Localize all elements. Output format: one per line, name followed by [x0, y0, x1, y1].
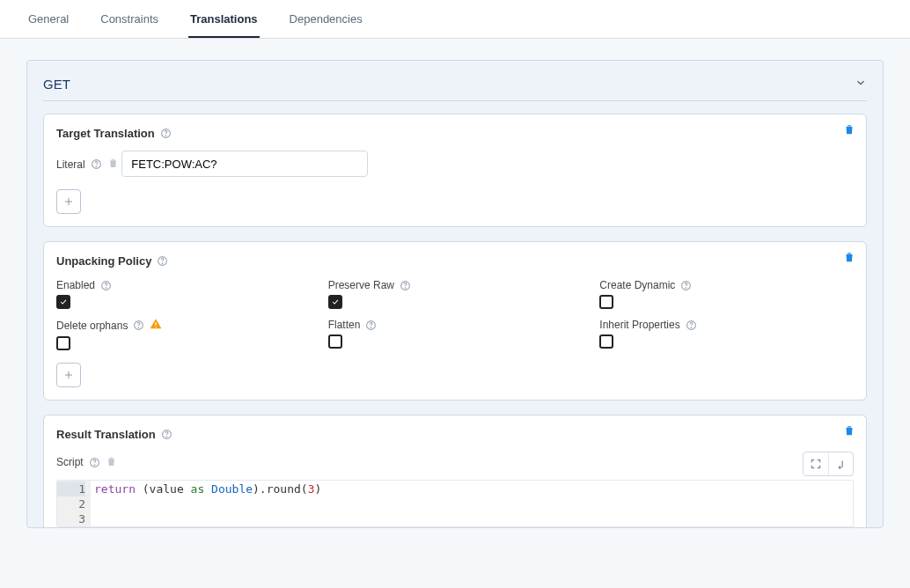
result-translation-title: Result Translation — [56, 428, 172, 441]
help-icon[interactable] — [133, 320, 144, 331]
preserve-raw-checkbox[interactable] — [328, 295, 342, 309]
enabled-checkbox[interactable] — [56, 295, 70, 309]
svg-point-11 — [686, 287, 687, 288]
svg-point-1 — [165, 136, 166, 136]
enabled-field: Enabled — [56, 278, 311, 309]
svg-point-7 — [106, 287, 106, 288]
add-unpacking-button[interactable] — [56, 363, 81, 387]
create-dynamic-checkbox[interactable] — [599, 295, 613, 309]
script-editor[interactable]: 1 2 3 return (value as Double).round(3) — [56, 480, 854, 527]
svg-point-15 — [371, 327, 372, 327]
svg-point-19 — [166, 437, 167, 437]
wrap-button[interactable] — [828, 452, 853, 475]
get-section-header[interactable]: GET — [43, 70, 867, 101]
result-translation-card: Result Translation Script — [43, 415, 867, 527]
tab-constraints[interactable]: Constraints — [99, 0, 160, 38]
tab-dependencies[interactable]: Dependencies — [288, 0, 364, 38]
tab-bar: General Constraints Translations Depende… — [0, 0, 910, 39]
delete-literal-button[interactable] — [107, 157, 119, 172]
delete-target-button[interactable] — [841, 121, 857, 137]
unpacking-policy-card: Unpacking Policy Enabled Preserve Raw — [43, 241, 867, 401]
add-target-button[interactable] — [56, 189, 81, 214]
delete-unpacking-button[interactable] — [841, 249, 857, 265]
delete-script-button[interactable] — [106, 455, 117, 470]
flatten-checkbox[interactable] — [328, 334, 342, 349]
chevron-down-icon — [855, 77, 867, 92]
editor-gutter: 1 2 3 — [57, 481, 91, 526]
delete-result-button[interactable] — [841, 423, 857, 438]
literal-input[interactable] — [121, 151, 368, 177]
expand-button[interactable] — [804, 452, 828, 475]
svg-point-5 — [163, 263, 164, 264]
script-toolbar — [803, 452, 854, 476]
preserve-raw-field: Preserve Raw — [328, 278, 583, 309]
svg-point-13 — [139, 327, 140, 328]
editor-code[interactable]: return (value as Double).round(3) — [91, 481, 853, 526]
delete-orphans-field: Delete orphans — [56, 318, 311, 350]
get-section-title: GET — [43, 77, 70, 92]
delete-orphans-checkbox[interactable] — [56, 336, 70, 350]
unpacking-policy-title: Unpacking Policy — [56, 254, 168, 268]
tab-general[interactable]: General — [26, 0, 70, 38]
flatten-field: Flatten — [328, 318, 583, 350]
help-icon[interactable] — [680, 280, 692, 291]
script-label: Script — [56, 455, 117, 470]
inherit-properties-field: Inherit Properties — [599, 318, 854, 350]
inherit-properties-checkbox[interactable] — [599, 334, 613, 349]
help-icon[interactable] — [157, 255, 168, 267]
create-dynamic-field: Create Dynamic — [599, 278, 854, 309]
help-icon[interactable] — [161, 429, 172, 440]
warning-icon — [150, 318, 162, 333]
get-section: GET Target Translation Literal — [26, 60, 884, 528]
help-icon[interactable] — [400, 280, 411, 291]
target-translation-title: Target Translation — [56, 127, 172, 140]
help-icon[interactable] — [100, 280, 112, 291]
svg-point-21 — [94, 464, 95, 465]
help-icon[interactable] — [89, 457, 100, 468]
help-icon[interactable] — [160, 128, 172, 139]
svg-point-3 — [96, 166, 97, 167]
help-icon[interactable] — [365, 320, 377, 331]
tab-translations[interactable]: Translations — [188, 0, 260, 38]
svg-point-17 — [691, 327, 692, 327]
help-icon[interactable] — [91, 158, 102, 170]
svg-point-9 — [405, 287, 406, 288]
target-translation-card: Target Translation Literal — [43, 114, 867, 227]
help-icon[interactable] — [686, 320, 697, 331]
literal-label: Literal — [56, 157, 119, 172]
